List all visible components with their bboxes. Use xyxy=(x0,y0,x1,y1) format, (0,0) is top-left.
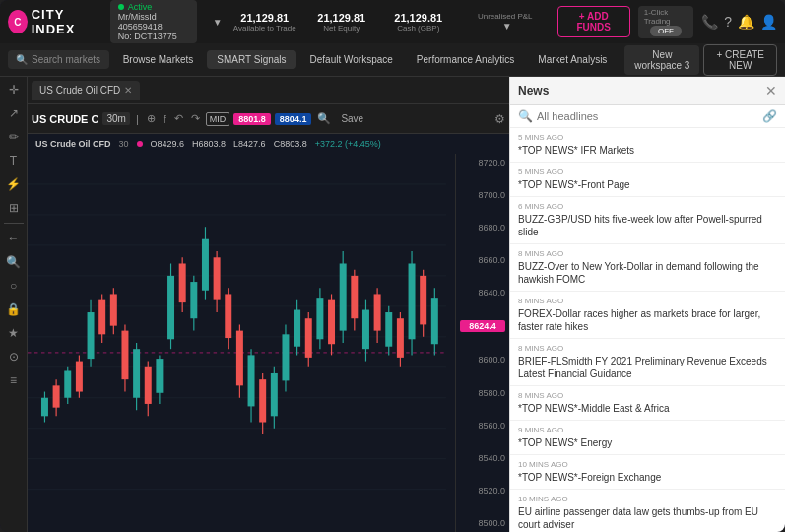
arrow-tool[interactable]: ↗ xyxy=(7,104,21,122)
news-item-text: FOREX-Dollar races higher as markets bra… xyxy=(518,307,777,333)
circle-tool[interactable]: ○ xyxy=(8,277,19,295)
news-list-item[interactable]: 5 MINS AGO *TOP NEWS*-Front Page xyxy=(510,163,785,197)
chart-zoom-icon[interactable]: 🔍 xyxy=(315,112,333,125)
news-search-icon: 🔍 xyxy=(518,109,533,123)
price-8720: 8720.0 xyxy=(460,158,505,167)
search-icon: 🔍 xyxy=(16,54,28,65)
candle-chart[interactable]: 8720.0 8700.0 8680.0 8660.0 8640.0 8624.… xyxy=(28,154,509,532)
ohlc-low: L8427.6 xyxy=(233,139,266,149)
lock-tool[interactable]: 🔒 xyxy=(4,300,23,318)
browse-markets-button[interactable]: Browse Markets xyxy=(113,50,204,69)
price-8600: 8600.0 xyxy=(460,355,505,365)
news-list-item[interactable]: 8 MINS AGO BUZZ-Over to New York-Dollar … xyxy=(510,244,785,292)
chart-settings-icon[interactable]: ⚙ xyxy=(494,112,505,126)
smart-signals-button[interactable]: SMART Signals xyxy=(207,50,295,69)
one-click-label: 1-Click Trading xyxy=(644,8,688,26)
chart-tab-close-icon[interactable]: ✕ xyxy=(124,85,132,96)
news-list-item[interactable]: 8 MINS AGO BRIEF-FLSmidth FY 2021 Prelim… xyxy=(510,339,785,386)
svg-rect-45 xyxy=(225,294,231,338)
text-tool[interactable]: T xyxy=(8,152,19,169)
one-click-state[interactable]: OFF xyxy=(650,26,682,36)
cash-gbp-label: Cash (GBP) xyxy=(397,24,439,33)
svg-rect-27 xyxy=(121,331,128,380)
user-icon[interactable]: 👤 xyxy=(760,14,777,30)
eye-tool[interactable]: ⊙ xyxy=(7,348,21,366)
add-funds-button[interactable]: + ADD FUNDS xyxy=(557,6,630,37)
market-analysis-button[interactable]: Market Analysis xyxy=(528,50,617,69)
chart-tab-us-crude[interactable]: US Crude Oil CFD ✕ xyxy=(32,81,140,100)
news-list-item[interactable]: 8 MINS AGO FOREX-Dollar races higher as … xyxy=(510,292,785,339)
notification-icon[interactable]: 🔔 xyxy=(738,14,754,30)
chart-candle-icon[interactable]: | xyxy=(134,113,141,125)
account-info[interactable]: Active Mr/MissId 405659418 No: DCT13775 xyxy=(110,0,197,43)
phone-icon[interactable]: 📞 xyxy=(701,14,718,30)
svg-rect-15 xyxy=(53,385,60,407)
news-item-time: 8 MINS AGO xyxy=(518,297,777,305)
news-link-icon[interactable]: 🔗 xyxy=(762,109,777,123)
news-item-text: *TOP NEWS*-Foreign Exchange xyxy=(518,471,777,484)
mid-badge[interactable]: MID xyxy=(206,112,230,126)
chart-tab-bar: US Crude Oil CFD ✕ xyxy=(28,77,509,104)
pen-tool[interactable]: ✏ xyxy=(7,128,21,146)
cash-gbp-block: 21,129.81 Cash (GBP) xyxy=(384,12,453,33)
save-button[interactable]: Save xyxy=(341,113,363,124)
news-list-item[interactable]: 10 MINS AGO *TOP NEWS*-Foreign Exchange xyxy=(510,455,785,490)
default-workspace-button[interactable]: Default Workspace xyxy=(300,50,403,69)
news-search-input[interactable] xyxy=(537,110,758,122)
lightning-tool[interactable]: ⚡ xyxy=(4,175,23,193)
svg-rect-61 xyxy=(316,298,323,339)
help-icon[interactable]: ? xyxy=(724,14,732,30)
back-tool[interactable]: ← xyxy=(6,230,22,247)
grid-tool[interactable]: ⊞ xyxy=(7,199,21,217)
chart-timeframe[interactable]: 30m xyxy=(102,112,129,125)
one-click-toggle[interactable]: 1-Click Trading OFF xyxy=(638,6,694,38)
news-item-text: *TOP NEWS* Energy xyxy=(518,436,777,449)
news-list-item[interactable]: 5 MINS AGO *TOP NEWS* IFR Markets xyxy=(510,128,785,163)
svg-rect-17 xyxy=(64,370,71,397)
chart-compare-icon[interactable]: ⊕ xyxy=(145,112,158,125)
news-search-bar: 🔍 🔗 xyxy=(510,105,785,128)
net-equity-block: 21,129.81 Net Equity xyxy=(307,12,376,33)
cursor-tool[interactable]: ✛ xyxy=(7,81,21,99)
search-markets[interactable]: 🔍 Search markets xyxy=(8,50,109,69)
top-bar: C CITY INDEX Active Mr/MissId 405659418 … xyxy=(0,0,785,43)
news-list-item[interactable]: 8 MINS AGO *TOP NEWS*-Middle East & Afri… xyxy=(510,386,785,421)
svg-rect-77 xyxy=(409,263,416,339)
svg-rect-69 xyxy=(362,310,369,350)
svg-rect-39 xyxy=(190,282,197,318)
account-status-text: Active xyxy=(128,2,153,12)
news-close-icon[interactable]: ✕ xyxy=(765,83,777,99)
svg-rect-65 xyxy=(340,263,347,330)
buy-badge[interactable]: 8804.1 xyxy=(275,113,312,125)
chart-toolbar: US CRUDE C 30m | ⊕ f ↶ ↷ MID 8801.8 8804… xyxy=(28,104,509,134)
search-tool[interactable]: 🔍 xyxy=(4,253,23,271)
search-markets-label: Search markets xyxy=(32,54,100,65)
star-tool[interactable]: ★ xyxy=(6,324,21,342)
news-list-item[interactable]: 9 MINS AGO *TOP NEWS* Energy xyxy=(510,421,785,455)
news-list-item[interactable]: 10 MINS AGO EU airline passenger data la… xyxy=(510,490,785,532)
performance-analytics-button[interactable]: Performance Analytics xyxy=(407,50,525,69)
logo-area: C CITY INDEX xyxy=(8,7,102,36)
svg-rect-35 xyxy=(167,276,174,339)
svg-rect-23 xyxy=(98,300,105,335)
chart-undo-icon[interactable]: ↶ xyxy=(172,112,185,125)
account-dropdown-icon[interactable]: ▼ xyxy=(213,17,223,28)
news-item-time: 10 MINS AGO xyxy=(518,460,777,469)
unrealised-dropdown-icon[interactable]: ▼ xyxy=(502,21,512,32)
sell-badge[interactable]: 8801.8 xyxy=(233,113,271,125)
price-8520: 8520.0 xyxy=(460,486,505,496)
news-item-time: 6 MINS AGO xyxy=(518,202,777,211)
svg-rect-73 xyxy=(385,312,392,347)
chart-redo-icon[interactable]: ↷ xyxy=(189,112,202,125)
account-number: Mr/MissId 405659418 xyxy=(118,12,189,32)
ohlc-change: +372.2 (+4.45%) xyxy=(315,139,381,149)
svg-rect-21 xyxy=(88,312,95,359)
news-list-item[interactable]: 6 MINS AGO BUZZ-GBP/USD hits five-week l… xyxy=(510,197,785,244)
create-new-button[interactable]: + CREATE NEW xyxy=(703,44,777,76)
menu-tool[interactable]: ≡ xyxy=(8,371,19,389)
logo-icon: C xyxy=(8,10,28,33)
workspace-button[interactable]: New workspace 3 xyxy=(624,45,699,75)
current-price-label: 8624.4 xyxy=(460,320,505,332)
svg-rect-75 xyxy=(397,318,404,358)
chart-indicators-icon[interactable]: f xyxy=(162,113,168,125)
